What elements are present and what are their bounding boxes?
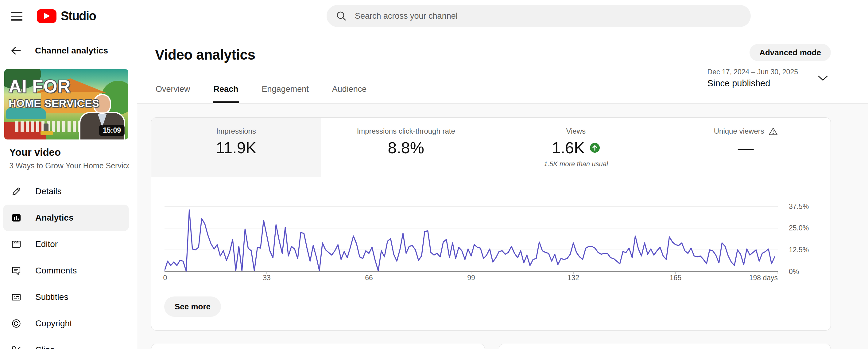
metric-label: Views [566, 127, 586, 136]
warning-icon [769, 127, 778, 136]
youtube-studio-app: Studio Channel analytics [0, 0, 868, 349]
page-title: Video analytics [155, 47, 255, 63]
metric-value: 11.9K [216, 139, 256, 157]
x-tick: 198 days [749, 274, 778, 282]
pencil-icon [11, 186, 22, 197]
sidebar-title: Channel analytics [35, 46, 108, 56]
y-tick: 0% [789, 267, 829, 276]
tab-overview[interactable]: Overview [155, 85, 191, 103]
x-tick: 66 [365, 274, 373, 282]
analytics-tabs: Overview Reach Engagement Audience [155, 85, 367, 103]
sidebar: Channel analytics AI FOR HOME SERVICES 1… [0, 33, 137, 349]
see-more-button[interactable]: See more [164, 296, 221, 317]
copyright-icon [11, 318, 22, 329]
youtube-studio-logo[interactable]: Studio [37, 9, 98, 23]
sidebar-item-label: Subtitles [35, 292, 68, 302]
editor-icon [11, 239, 22, 250]
partial-card [151, 344, 485, 349]
sidebar-item-label: Editor [35, 239, 58, 249]
x-tick: 0 [163, 274, 167, 282]
sidebar-item-copyright[interactable]: Copyright [0, 310, 137, 337]
main-area: Video analytics Advanced mode Dec 17, 20… [137, 33, 868, 349]
logo-text: Studio [61, 9, 96, 23]
metric-views[interactable]: Views 1.6K 1.5K more than usual [491, 118, 661, 177]
metric-value: 8.8% [388, 139, 424, 157]
back-row: Channel analytics [0, 33, 137, 65]
advanced-mode-button[interactable]: Advanced mode [749, 44, 831, 61]
sidebar-item-label: Details [35, 186, 62, 196]
date-mode-text: Since published [708, 78, 798, 88]
sidebar-item-label: Copyright [35, 319, 72, 328]
video-title: 3 Ways to Grow Your Home Services… [9, 161, 129, 170]
metric-note: 1.5K more than usual [544, 160, 608, 168]
chevron-down-icon [818, 75, 828, 81]
x-tick: 165 [670, 274, 681, 282]
reach-chart[interactable] [164, 206, 778, 275]
reach-card: Impressions 11.9K Impressions click-thro… [151, 117, 831, 330]
sidebar-item-clips[interactable]: Clips [0, 337, 137, 349]
ctr-line-series [164, 210, 775, 271]
hamburger-menu-icon[interactable] [11, 12, 24, 22]
x-tick: 132 [567, 274, 579, 282]
y-tick: 12.5% [789, 245, 829, 254]
x-tick: 99 [467, 274, 475, 282]
date-range-text: Dec 17, 2024 – Jun 30, 2025 [708, 68, 798, 76]
your-video-label: Your video [9, 147, 61, 158]
sidebar-item-label: Analytics [35, 213, 74, 223]
search-input[interactable] [355, 11, 742, 21]
back-arrow-icon[interactable] [10, 45, 23, 57]
trend-up-icon [590, 143, 600, 153]
sidebar-nav: Details Analytics Edi [0, 178, 137, 349]
metric-value: — [738, 139, 754, 157]
thumbnail-car-art [6, 108, 46, 119]
comments-icon [11, 265, 22, 276]
sidebar-item-subtitles[interactable]: Subtitles [0, 284, 137, 310]
analytics-icon [11, 212, 22, 223]
subtitles-icon [11, 292, 22, 302]
sidebar-item-analytics[interactable]: Analytics [3, 205, 129, 231]
sidebar-item-details[interactable]: Details [0, 178, 137, 205]
content-area: Impressions 11.9K Impressions click-thro… [137, 104, 868, 349]
tab-reach[interactable]: Reach [213, 85, 239, 103]
topbar: Studio [0, 0, 868, 33]
search-bar[interactable] [327, 5, 751, 27]
x-axis-labels: 0 33 66 99 132 165 198 days [164, 274, 778, 283]
y-tick: 25.0% [789, 224, 829, 232]
thumbnail-title-line2: HOME SERVICES [9, 97, 99, 109]
video-thumbnail: AI FOR HOME SERVICES 15:09 [4, 69, 128, 140]
metric-impressions-ctr[interactable]: Impressions click-through rate 8.8% [321, 118, 491, 177]
metric-label: Unique viewers [714, 127, 764, 136]
youtube-play-icon [37, 9, 57, 23]
main-header: Video analytics Advanced mode Dec 17, 20… [137, 33, 868, 104]
metric-impressions[interactable]: Impressions 11.9K [151, 118, 321, 177]
y-tick: 37.5% [789, 202, 829, 211]
metric-cards-row: Impressions 11.9K Impressions click-thro… [151, 118, 831, 177]
metric-label: Impressions click-through rate [357, 127, 455, 136]
metric-unique-viewers[interactable]: Unique viewers — [661, 118, 831, 177]
sidebar-item-label: Comments [35, 266, 77, 275]
clips-icon [11, 345, 22, 349]
tab-engagement[interactable]: Engagement [261, 85, 309, 103]
sidebar-item-editor[interactable]: Editor [0, 231, 137, 257]
sidebar-item-comments[interactable]: Comments [0, 257, 137, 284]
search-icon [336, 10, 347, 22]
video-duration-badge: 15:09 [99, 125, 125, 136]
sidebar-item-label: Clips [35, 345, 54, 349]
x-tick: 33 [263, 274, 271, 282]
date-range-selector[interactable]: Dec 17, 2024 – Jun 30, 2025 Since publis… [708, 68, 828, 88]
metric-value: 1.6K [552, 139, 585, 157]
metric-label: Impressions [216, 127, 256, 136]
thumbnail-title-line1: AI FOR [9, 76, 71, 96]
partial-card [499, 344, 831, 349]
tab-audience[interactable]: Audience [332, 85, 367, 103]
